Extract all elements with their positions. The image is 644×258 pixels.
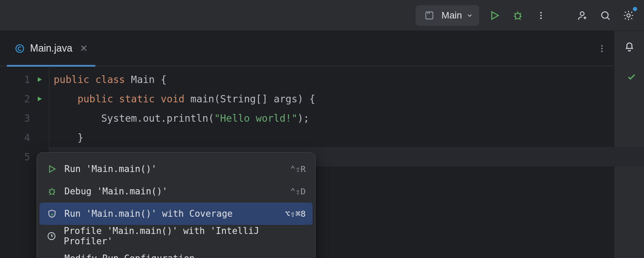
editor-more-icon[interactable] <box>594 41 610 56</box>
inspection-ok-icon[interactable] <box>627 72 636 82</box>
code-with-me-icon[interactable] <box>574 8 590 23</box>
run-button[interactable] <box>487 8 502 23</box>
ctx-profile[interactable]: Profile 'Main.main()' with 'IntelliJ Pro… <box>37 225 315 247</box>
ctx-shortcut: ⌃⇧D <box>290 186 306 197</box>
run-config-selector[interactable]: Main <box>416 5 479 26</box>
svg-point-6 <box>601 12 608 18</box>
editor-area: 1 2 3 4 5 public class Main { public <box>0 66 644 258</box>
ctx-run[interactable]: Run 'Main.main()' ⌃⇧R <box>37 158 315 180</box>
svg-point-8 <box>16 45 24 52</box>
tab-close-icon[interactable]: ✕ <box>80 43 88 54</box>
ctx-label: Run 'Main.main()' with Coverage <box>64 209 233 219</box>
ctx-shortcut: ⌃⇧R <box>290 164 306 174</box>
top-toolbar: Main <box>0 0 644 31</box>
run-gutter-icon[interactable] <box>36 95 43 102</box>
ctx-modify-config[interactable]: Modify Run Configuration… <box>37 247 315 258</box>
svg-point-2 <box>540 12 542 13</box>
more-actions-icon[interactable] <box>533 8 549 23</box>
run-config-label: Main <box>441 10 462 21</box>
svg-point-5 <box>580 12 584 15</box>
ctx-label: Modify Run Configuration… <box>64 253 200 258</box>
ctx-run-coverage[interactable]: Run 'Main.main()' with Coverage ⌥⇧⌘8 <box>39 203 313 225</box>
tab-main-java[interactable]: Main.java ✕ <box>7 31 95 66</box>
search-icon[interactable] <box>598 8 613 23</box>
bug-icon <box>46 187 58 196</box>
code-line: System.out.println( "Hello world!" ); <box>49 108 644 128</box>
gutter-line[interactable]: 3 <box>0 108 49 128</box>
run-gutter-icon[interactable] <box>36 76 43 83</box>
code-line: } <box>49 128 644 147</box>
svg-point-7 <box>627 14 630 17</box>
ctx-label: Run 'Main.main()' <box>64 164 157 174</box>
svg-point-11 <box>601 50 603 52</box>
debug-button[interactable] <box>510 8 526 23</box>
class-file-icon <box>15 43 25 54</box>
svg-point-10 <box>601 48 603 49</box>
gutter-line[interactable]: 4 <box>0 128 49 147</box>
application-icon <box>422 8 437 23</box>
play-icon <box>46 164 58 174</box>
ctx-label: Debug 'Main.main()' <box>64 186 167 197</box>
ctx-shortcut: ⌥⇧⌘8 <box>285 209 306 219</box>
notifications-icon[interactable] <box>622 39 637 54</box>
code-line: public class Main { <box>49 70 644 89</box>
editor-tabs: Main.java ✕ <box>0 31 644 66</box>
gutter-line[interactable]: 1 <box>0 70 49 89</box>
tab-filename: Main.java <box>30 43 72 54</box>
chevron-down-icon <box>466 12 473 19</box>
ctx-label: Profile 'Main.main()' with 'IntelliJ Pro… <box>64 226 299 246</box>
svg-point-9 <box>601 45 603 46</box>
code-line: public static void main (String[] args) … <box>49 89 644 108</box>
gutter-line[interactable]: 2 <box>0 89 49 108</box>
ctx-debug[interactable]: Debug 'Main.main()' ⌃⇧D <box>37 180 315 203</box>
settings-icon[interactable] <box>621 8 636 23</box>
run-context-menu: Run 'Main.main()' ⌃⇧R Debug 'Main.main()… <box>36 152 316 258</box>
svg-point-4 <box>540 17 542 19</box>
clock-icon <box>46 231 57 241</box>
svg-point-3 <box>540 15 542 16</box>
shield-icon <box>46 209 58 218</box>
